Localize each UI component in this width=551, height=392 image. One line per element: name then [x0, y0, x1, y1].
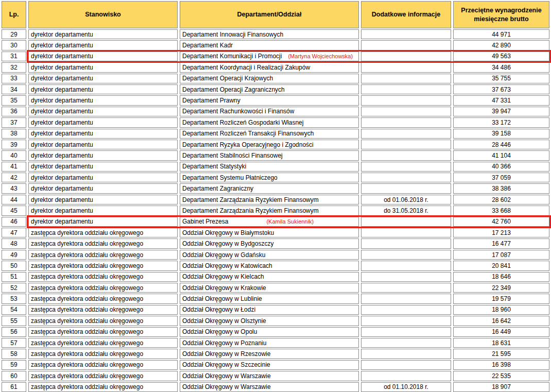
department-name: Departament Prawny: [182, 97, 240, 104]
salary-cell: 42 760: [453, 217, 549, 227]
table-row: 31 dyrektor departamentu Departament Kom…: [2, 52, 549, 61]
row-number-cell: 43: [2, 183, 26, 193]
salary-cell: 18 907: [453, 382, 549, 392]
table-header: Lp. Stanowisko Departament/Oddział Dodat…: [2, 1, 549, 28]
department-name: Oddział Okręgowy w Krakowie: [182, 284, 266, 292]
position-cell: dyrektor departamentu: [28, 162, 178, 172]
department-name: Departament Systemu Płatniczego: [182, 174, 278, 181]
department-name: Gabinet Prezesa: [182, 218, 228, 225]
position-cell: dyrektor departamentu: [28, 29, 178, 39]
position-cell: dyrektor departamentu: [28, 62, 178, 72]
department-name: Departament Kadr: [182, 42, 233, 49]
row-number-cell: 53: [2, 294, 26, 303]
department-cell: Departament Koordynacji i Realizacji Zak…: [180, 62, 359, 72]
position-cell: dyrektor departamentu: [28, 183, 178, 193]
table-row: 40 dyrektor departamentu Departament Sta…: [2, 150, 549, 160]
department-cell: Oddział Okręgowy w Łodzi: [180, 305, 359, 315]
position-cell: zastępca dyrektora oddziału okręgowego: [28, 261, 178, 270]
salary-cell: 18 646: [453, 272, 549, 282]
salary-cell: 41 104: [453, 150, 549, 160]
department-name: Departament Zagraniczny: [182, 185, 253, 192]
salary-cell: 16 642: [453, 316, 549, 326]
table-row: 56 zastępca dyrektora oddziału okręgoweg…: [2, 327, 549, 337]
additional-info-cell: [361, 117, 451, 127]
table-row: 41 dyrektor departamentu Departament Sta…: [2, 162, 549, 172]
person-annotation: (Martyna Wojciechowska): [288, 53, 353, 59]
department-cell: Oddział Okręgowy w Gdańsku: [180, 250, 359, 260]
table-row: 37 dyrektor departamentu Departament Roz…: [2, 117, 549, 127]
position-cell: zastępca dyrektora oddziału okręgowego: [28, 228, 178, 237]
additional-info-cell: [361, 238, 451, 248]
salary-document-page: Lp. Stanowisko Departament/Oddział Dodat…: [0, 0, 551, 392]
person-annotation: (Kamila Sukiennik): [266, 218, 314, 225]
additional-info-cell: [361, 140, 451, 149]
additional-info-cell: [361, 84, 451, 94]
row-number-cell: 51: [2, 272, 26, 282]
department-name: Oddział Okręgowy w Warszawie: [182, 372, 271, 380]
department-cell: Departament Kadr: [180, 40, 359, 50]
position-cell: zastępca dyrektora oddziału okręgowego: [28, 283, 178, 293]
salary-cell: 17 087: [453, 250, 549, 260]
table-row: 38 dyrektor departamentu Departament Roz…: [2, 129, 549, 139]
row-number-cell: 42: [2, 173, 26, 182]
additional-info-cell: [361, 129, 451, 139]
table-row: 50 zastępca dyrektora oddziału okręgoweg…: [2, 261, 549, 270]
additional-info-cell: [361, 74, 451, 83]
position-cell: zastępca dyrektora oddziału okręgowego: [28, 316, 178, 326]
table-row: 49 zastępca dyrektora oddziału okręgoweg…: [2, 250, 549, 260]
table-row: 60 zastępca dyrektora oddziału okręgoweg…: [2, 371, 549, 381]
table-row: 46 dyrektor departamentu Gabinet Prezesa…: [2, 217, 549, 227]
department-name: Oddział Okręgowy w Opolu: [182, 328, 257, 335]
position-cell: zastępca dyrektora oddziału okręgowego: [28, 238, 178, 248]
department-cell: Departament Operacji Krajowych: [180, 74, 359, 83]
salary-cell: 34 486: [453, 62, 549, 72]
salary-table: Lp. Stanowisko Departament/Oddział Dodat…: [0, 0, 551, 392]
department-name: Oddział Okręgowy w Gdańsku: [182, 251, 265, 259]
position-cell: zastępca dyrektora oddziału okręgowego: [28, 349, 178, 359]
row-number-cell: 58: [2, 349, 26, 359]
additional-info-cell: [361, 173, 451, 182]
department-name: Oddział Okręgowy w Rzeszowie: [182, 350, 270, 357]
position-cell: dyrektor departamentu: [28, 107, 178, 116]
department-cell: Oddział Okręgowy w Warszawie: [180, 382, 359, 392]
salary-cell: 28 446: [453, 140, 549, 149]
department-cell: Oddział Okręgowy w Krakowie: [180, 283, 359, 293]
table-row: 30 dyrektor departamentu Departament Kad…: [2, 40, 549, 50]
department-cell: Departament Stabilności Finansowej: [180, 150, 359, 160]
additional-info-cell: [361, 107, 451, 116]
table-row: 53 zastępca dyrektora oddziału okręgoweg…: [2, 294, 549, 303]
table-body: 29 dyrektor departamentu Departament Inn…: [2, 29, 549, 392]
position-cell: dyrektor departamentu: [28, 95, 178, 105]
department-cell: Departament Zarządzania Ryzykiem Finanso…: [180, 206, 359, 215]
additional-info-cell: [361, 162, 451, 172]
position-cell: zastępca dyrektora oddziału okręgowego: [28, 250, 178, 260]
row-number-cell: 50: [2, 261, 26, 270]
table-row: 45 dyrektor departamentu Departament Zar…: [2, 206, 549, 215]
row-number-cell: 48: [2, 238, 26, 248]
department-name: Oddział Okręgowy w Lublinie: [182, 295, 262, 302]
header-row: Lp. Stanowisko Departament/Oddział Dodat…: [2, 1, 549, 28]
additional-info-cell: [361, 250, 451, 260]
table-row: 61 zastępca dyrektora oddziału okręgoweg…: [2, 382, 549, 392]
table-row: 29 dyrektor departamentu Departament Inn…: [2, 29, 549, 39]
table-row: 33 dyrektor departamentu Departament Ope…: [2, 74, 549, 83]
salary-cell: 37 059: [453, 173, 549, 182]
table-row: 39 dyrektor departamentu Departament Ryz…: [2, 140, 549, 149]
additional-info-cell: [361, 150, 451, 160]
position-cell: zastępca dyrektora oddziału okręgowego: [28, 338, 178, 348]
department-cell: Departament Prawny: [180, 95, 359, 105]
salary-cell: 21 595: [453, 349, 549, 359]
row-number-cell: 49: [2, 250, 26, 260]
table-row: 34 dyrektor departamentu Departament Ope…: [2, 84, 549, 94]
additional-info-cell: [361, 228, 451, 237]
table-row: 36 dyrektor departamentu Departament Rac…: [2, 107, 549, 116]
table-row: 55 zastępca dyrektora oddziału okręgoweg…: [2, 316, 549, 326]
salary-cell: 49 563: [453, 52, 549, 61]
salary-cell: 33 668: [453, 206, 549, 215]
row-number-cell: 37: [2, 117, 26, 127]
position-cell: zastępca dyrektora oddziału okręgowego: [28, 305, 178, 315]
department-cell: Oddział Okręgowy w Rzeszowie: [180, 349, 359, 359]
additional-info-cell: [361, 52, 451, 61]
salary-cell: 19 579: [453, 294, 549, 303]
salary-cell: 22 535: [453, 371, 549, 381]
